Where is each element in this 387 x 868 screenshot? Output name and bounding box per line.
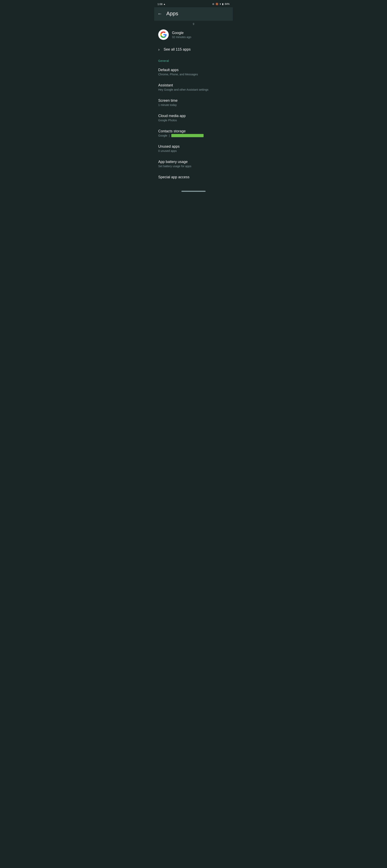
section-divider: g [154, 21, 233, 25]
time-display: 1:08 [157, 3, 162, 6]
app-battery-usage-item[interactable]: App battery usage Set battery usage for … [154, 156, 233, 172]
chevron-right-icon: › [158, 47, 160, 52]
cloud-media-subtitle: Google Photos [158, 119, 229, 122]
cloud-media-item[interactable]: Cloud media app Google Photos [154, 110, 233, 125]
unused-apps-subtitle: 0 unused apps [158, 149, 229, 153]
contacts-bar-indicator [171, 134, 204, 137]
mute-icon: 🔕 [215, 3, 218, 5]
recent-app-google[interactable]: Google 32 minutes ago [154, 25, 233, 44]
apps-header: ← Apps [154, 7, 233, 21]
assistant-title: Assistant [158, 83, 229, 87]
default-apps-item[interactable]: Default apps Chrome, Phone, and Messages [154, 64, 233, 80]
status-time: 1:08 ▲ [157, 3, 166, 6]
app-battery-usage-title: App battery usage [158, 160, 229, 164]
google-app-info: Google 32 minutes ago [172, 31, 191, 39]
see-all-apps[interactable]: › See all 115 apps [154, 44, 233, 57]
contacts-storage-item[interactable]: Contacts storage Google | [154, 125, 233, 141]
battery-icon: ▮ [222, 3, 224, 5]
contacts-separator: | [169, 134, 170, 137]
nav-bar [154, 188, 233, 193]
vpn-icon: ⊖ [212, 3, 214, 5]
wifi-icon: ▾ [220, 3, 221, 5]
google-app-time: 32 minutes ago [172, 35, 191, 39]
cloud-media-title: Cloud media app [158, 114, 229, 118]
battery-percent: 84% [225, 3, 230, 5]
assistant-item[interactable]: Assistant Hey Google and other Assistant… [154, 80, 233, 95]
screen-time-title: Screen time [158, 98, 229, 103]
contacts-storage-title: Contacts storage [158, 129, 229, 133]
google-app-name: Google [172, 31, 191, 35]
general-section-header: General [154, 57, 233, 64]
default-apps-title: Default apps [158, 68, 229, 72]
status-bar: 1:08 ▲ ⊖ 🔕 ▾ ▮ 84% [154, 0, 233, 7]
see-all-label: See all 115 apps [164, 47, 191, 52]
unused-apps-item[interactable]: Unused apps 0 unused apps [154, 141, 233, 156]
page-title: Apps [166, 10, 178, 17]
screen-time-subtitle: 1 minute today [158, 103, 229, 106]
default-apps-subtitle: Chrome, Phone, and Messages [158, 73, 229, 76]
general-label: General [158, 59, 169, 62]
special-app-access-title: Special app access [158, 175, 229, 179]
google-app-icon [158, 29, 169, 40]
app-battery-usage-subtitle: Set battery usage for apps [158, 164, 229, 168]
status-icons: ⊖ 🔕 ▾ ▮ 84% [212, 3, 230, 5]
contacts-storage-row: Google | [158, 134, 229, 137]
contacts-storage-label: Google [158, 134, 167, 137]
assistant-subtitle: Hey Google and other Assistant settings [158, 88, 229, 91]
upload-icon: ▲ [163, 3, 166, 5]
unused-apps-title: Unused apps [158, 145, 229, 149]
special-app-access-item[interactable]: Special app access [154, 172, 233, 184]
home-indicator [181, 191, 206, 192]
screen-time-item[interactable]: Screen time 1 minute today [154, 95, 233, 110]
back-button[interactable]: ← [157, 11, 162, 17]
